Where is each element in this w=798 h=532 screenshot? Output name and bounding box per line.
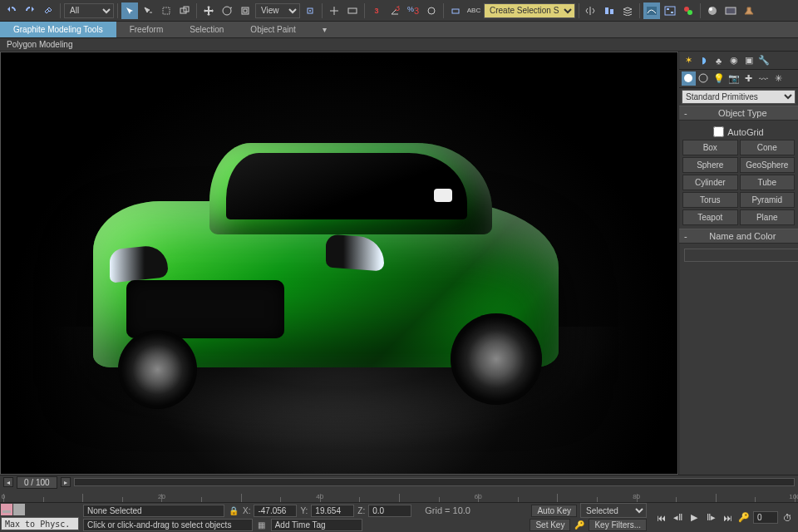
key-mode-dropdown[interactable]: Selected — [580, 503, 647, 518]
goto-start-icon[interactable]: ⏮ — [653, 510, 668, 525]
object-name-input[interactable] — [684, 249, 798, 262]
selection-set-dropdown[interactable]: Create Selection Se — [484, 3, 575, 18]
prev-frame-icon[interactable]: ◂Ⅱ — [670, 510, 685, 525]
time-ruler[interactable]: 020406080100 — [3, 489, 795, 502]
angle-snap-icon[interactable]: 3 — [387, 2, 403, 19]
align-icon[interactable] — [601, 2, 618, 19]
render-frame-icon[interactable] — [722, 2, 739, 19]
maxscript-mini-icon[interactable]: ▬ — [1, 504, 12, 515]
tube-button[interactable]: Tube — [740, 175, 796, 190]
key-filters-button[interactable]: Key Filters... — [589, 519, 647, 531]
sphere-button[interactable]: Sphere — [682, 157, 738, 173]
systems-icon[interactable]: ✳ — [771, 71, 786, 86]
time-config-icon[interactable]: ⏱ — [780, 510, 795, 525]
window-crossing-icon[interactable] — [176, 2, 193, 19]
geometry-category-dropdown[interactable]: Standard Primitives — [682, 90, 796, 104]
grid-label: Grid = 10.0 — [425, 505, 470, 515]
lights-icon[interactable]: 💡 — [712, 71, 726, 86]
select-by-name-icon[interactable] — [140, 2, 156, 19]
undo-icon[interactable] — [3, 2, 20, 19]
x-coord[interactable]: -47.056 — [254, 505, 297, 517]
maxscript-listener-input[interactable] — [1, 517, 79, 530]
shapes-icon[interactable] — [697, 71, 711, 86]
ribbon-subpanel[interactable]: Polygon Modeling — [0, 38, 798, 52]
geometry-icon[interactable] — [682, 71, 696, 86]
link-icon[interactable] — [40, 2, 57, 19]
viewport[interactable] — [0, 52, 678, 475]
hierarchy-tab-icon[interactable]: ♣ — [712, 53, 726, 67]
play-icon[interactable]: ▶ — [687, 510, 702, 525]
next-key-icon[interactable]: ▸ — [61, 477, 71, 487]
helpers-icon[interactable]: ✚ — [741, 71, 756, 86]
svg-rect-11 — [452, 9, 459, 13]
auto-key-button[interactable]: Auto Key — [531, 505, 577, 517]
rectangle-region-icon[interactable] — [158, 2, 175, 19]
select-object-icon[interactable] — [121, 2, 138, 19]
pivot-icon[interactable] — [302, 2, 318, 19]
edit-named-sel-icon[interactable]: ABC — [466, 2, 482, 19]
svg-point-23 — [684, 74, 692, 82]
keyboard-shortcut-icon[interactable] — [344, 2, 361, 19]
curve-editor-icon[interactable] — [643, 2, 660, 19]
layers-icon[interactable] — [619, 2, 636, 19]
ribbon-dropdown-icon[interactable]: ▾ — [309, 22, 340, 37]
svg-rect-14 — [647, 7, 657, 15]
listener-icon[interactable]: ▬ — [13, 504, 25, 515]
geosphere-button[interactable]: GeoSphere — [740, 157, 796, 173]
prompt-line: Click or click-and-drag to select object… — [83, 519, 253, 531]
display-tab-icon[interactable]: ▣ — [741, 53, 756, 67]
tab-selection[interactable]: Selection — [176, 22, 237, 37]
cylinder-button[interactable]: Cylinder — [682, 175, 738, 190]
isolate-icon[interactable]: ▦ — [256, 520, 268, 531]
plane-button[interactable]: Plane — [740, 209, 796, 225]
spinner-snap-icon[interactable] — [423, 2, 440, 19]
named-sel-icon[interactable] — [447, 2, 464, 19]
redo-icon[interactable] — [22, 2, 38, 19]
mirror-icon[interactable] — [583, 2, 599, 19]
material-editor-icon[interactable] — [680, 2, 697, 19]
pyramid-button[interactable]: Pyramid — [740, 192, 796, 208]
rollout-name-color[interactable]: -Name and Color — [679, 229, 798, 244]
set-key-button[interactable]: Set Key — [530, 519, 570, 531]
cone-button[interactable]: Cone — [740, 140, 796, 155]
schematic-view-icon[interactable] — [662, 2, 678, 19]
cameras-icon[interactable]: 📷 — [727, 71, 741, 86]
render-icon[interactable] — [741, 2, 757, 19]
create-tab-icon[interactable]: ✶ — [682, 53, 696, 67]
rollout-object-type[interactable]: -Object Type — [679, 106, 798, 121]
torus-button[interactable]: Torus — [682, 192, 738, 208]
goto-end-icon[interactable]: ⏭ — [720, 510, 735, 525]
key-icon[interactable]: 🔑 — [574, 520, 585, 531]
tab-freeform[interactable]: Freeform — [116, 22, 177, 37]
render-setup-icon[interactable] — [704, 2, 721, 19]
z-label: Z: — [357, 506, 365, 515]
next-frame-icon[interactable]: Ⅱ▸ — [703, 510, 718, 525]
tab-object-paint[interactable]: Object Paint — [237, 22, 308, 37]
snap-icon[interactable]: 3 — [368, 2, 385, 19]
y-coord[interactable]: 19.654 — [311, 505, 354, 517]
rotate-icon[interactable] — [219, 2, 235, 19]
key-mode-toggle-icon[interactable]: 🔑 — [736, 510, 751, 525]
modify-tab-icon[interactable]: ◗ — [697, 53, 711, 67]
z-coord[interactable]: 0.0 — [368, 505, 411, 517]
tab-graphite-modeling[interactable]: Graphite Modeling Tools — [0, 22, 116, 37]
lock-icon[interactable]: 🔒 — [228, 505, 239, 516]
prev-key-icon[interactable]: ◂ — [3, 477, 13, 487]
autogrid-checkbox[interactable] — [713, 126, 724, 137]
box-button[interactable]: Box — [682, 140, 738, 155]
teapot-button[interactable]: Teapot — [682, 209, 738, 225]
utilities-tab-icon[interactable]: 🔧 — [756, 53, 771, 67]
spacewarps-icon[interactable]: 〰 — [756, 71, 771, 86]
current-frame-input[interactable]: 0 — [753, 511, 778, 524]
selection-filter-dropdown[interactable]: All — [64, 3, 114, 18]
manipulate-icon[interactable] — [326, 2, 342, 19]
add-time-tag[interactable]: Add Time Tag — [271, 519, 362, 531]
ref-coord-dropdown[interactable]: View — [255, 3, 300, 18]
scale-icon[interactable] — [237, 2, 254, 19]
move-icon[interactable] — [200, 2, 217, 19]
motion-tab-icon[interactable]: ◉ — [727, 53, 741, 67]
svg-rect-22 — [726, 7, 736, 14]
time-slider-track[interactable] — [74, 478, 795, 486]
percent-snap-icon[interactable]: %3 — [405, 2, 421, 19]
svg-rect-17 — [671, 12, 673, 13]
